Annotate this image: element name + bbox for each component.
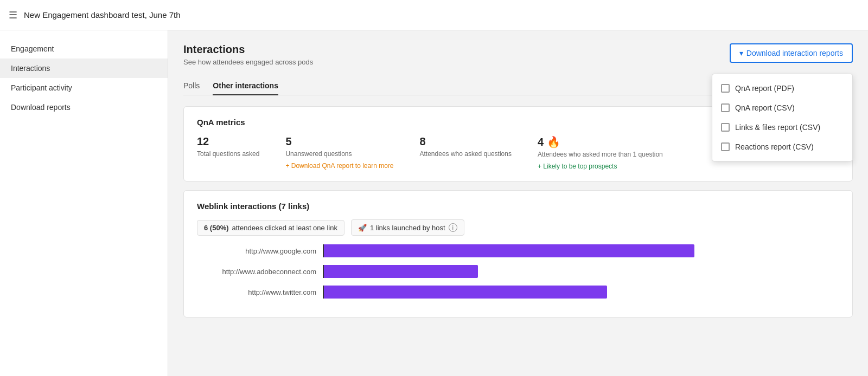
metric-total-value: 12 bbox=[197, 135, 259, 148]
bar-track bbox=[323, 265, 839, 278]
metric-total-label: Total questions asked bbox=[197, 150, 259, 158]
bar-separator bbox=[323, 244, 324, 257]
chevron-icon: ▾ bbox=[739, 49, 743, 57]
metric-attendees-asked-value: 8 bbox=[420, 135, 512, 148]
bar-label: http://www.adobeconnect.com bbox=[197, 268, 316, 276]
bar-label: http://www.google.com bbox=[197, 247, 316, 255]
weblink-stat-host: 🚀 1 links launched by host i bbox=[351, 219, 464, 236]
bar-label: http://www.twitter.com bbox=[197, 288, 316, 296]
bar-row: http://www.adobeconnect.com bbox=[197, 265, 839, 278]
checkbox-links-csv[interactable] bbox=[721, 123, 730, 132]
metric-attendees-asked-label: Attendees who asked questions bbox=[420, 150, 512, 158]
dropdown-label-links-csv: Links & files report (CSV) bbox=[735, 123, 820, 132]
metric-top-prospects-value: 4 🔥 bbox=[538, 135, 663, 148]
dropdown-item-qna-pdf[interactable]: QnA report (PDF) bbox=[712, 79, 852, 98]
sidebar-item-interactions[interactable]: Interactions bbox=[0, 59, 168, 78]
main-content: Interactions See how attendees engaged a… bbox=[168, 30, 868, 376]
bar-track bbox=[323, 244, 839, 257]
rocket-icon: 🚀 bbox=[358, 224, 367, 232]
bar-fill bbox=[323, 265, 478, 278]
bar-row: http://www.twitter.com bbox=[197, 286, 839, 299]
sidebar-item-download-reports[interactable]: Download reports bbox=[0, 98, 168, 117]
top-title: New Engagement dashboard test, June 7th bbox=[24, 10, 181, 20]
hamburger-icon[interactable]: ☰ bbox=[9, 9, 17, 21]
bar-track bbox=[323, 286, 839, 299]
metric-total-questions: 12 Total questions asked bbox=[197, 135, 259, 170]
sidebar-item-participant-activity[interactable]: Participant activity bbox=[0, 78, 168, 98]
tab-other-interactions[interactable]: Other interactions bbox=[213, 77, 278, 95]
dropdown-label-reactions-csv: Reactions report (CSV) bbox=[735, 142, 814, 151]
weblink-stat-attendees-text: attendees clicked at least one link bbox=[232, 224, 337, 232]
metric-top-prospects: 4 🔥 Attendees who asked more than 1 ques… bbox=[538, 135, 663, 170]
top-bar: ☰ New Engagement dashboard test, June 7t… bbox=[0, 0, 868, 30]
metric-attendees-asked: 8 Attendees who asked questions bbox=[420, 135, 512, 170]
page-header-text: Interactions See how attendees engaged a… bbox=[183, 43, 313, 66]
bar-separator bbox=[323, 286, 324, 299]
metric-unanswered-sub[interactable]: + Download QnA report to learn more bbox=[285, 162, 393, 170]
bar-row: http://www.google.com bbox=[197, 244, 839, 257]
fire-icon: 🔥 bbox=[547, 135, 560, 148]
page-header: Interactions See how attendees engaged a… bbox=[183, 43, 853, 66]
metric-unanswered: 5 Unanswered questions + Download QnA re… bbox=[285, 135, 393, 170]
tab-polls[interactable]: Polls bbox=[183, 77, 200, 95]
dropdown-item-reactions-csv[interactable]: Reactions report (CSV) bbox=[712, 137, 852, 157]
bar-separator bbox=[323, 265, 324, 278]
checkbox-reactions-csv[interactable] bbox=[721, 142, 730, 151]
metric-top-prospects-sub[interactable]: + Likely to be top prospects bbox=[538, 163, 663, 170]
weblink-stat-attendees-bold: 6 (50%) bbox=[204, 224, 229, 232]
sidebar: Engagement Interactions Participant acti… bbox=[0, 30, 168, 376]
download-interaction-reports-button[interactable]: ▾ Download interaction reports bbox=[730, 43, 853, 63]
dropdown-item-links-csv[interactable]: Links & files report (CSV) bbox=[712, 118, 852, 137]
download-btn-label: Download interaction reports bbox=[746, 49, 843, 57]
checkbox-qna-csv[interactable] bbox=[721, 103, 730, 112]
dropdown-item-qna-csv[interactable]: QnA report (CSV) bbox=[712, 98, 852, 118]
info-icon[interactable]: i bbox=[449, 223, 457, 232]
bar-fill bbox=[323, 286, 607, 299]
weblink-stat-attendees: 6 (50%) attendees clicked at least one l… bbox=[197, 220, 344, 236]
bar-chart: http://www.google.comhttp://www.adobecon… bbox=[197, 244, 839, 299]
sidebar-item-engagement[interactable]: Engagement bbox=[0, 39, 168, 59]
weblinks-header: 6 (50%) attendees clicked at least one l… bbox=[197, 219, 839, 236]
metric-unanswered-label: Unanswered questions bbox=[285, 150, 393, 158]
checkbox-qna-pdf[interactable] bbox=[721, 84, 730, 93]
dropdown-label-qna-csv: QnA report (CSV) bbox=[735, 103, 795, 112]
dropdown-label-qna-pdf: QnA report (PDF) bbox=[735, 84, 794, 93]
weblinks-title: Weblink interactions (7 links) bbox=[197, 202, 839, 211]
page-subtitle: See how attendees engaged across pods bbox=[183, 58, 313, 66]
page-title: Interactions bbox=[183, 43, 313, 56]
weblink-stat-host-text: 1 links launched by host bbox=[370, 224, 445, 232]
metric-top-prospects-label: Attendees who asked more than 1 question bbox=[538, 151, 663, 158]
bar-fill bbox=[323, 244, 694, 257]
download-dropdown: QnA report (PDF) QnA report (CSV) Links … bbox=[712, 74, 853, 161]
metric-unanswered-value: 5 bbox=[285, 135, 393, 148]
weblinks-card: Weblink interactions (7 links) 6 (50%) a… bbox=[183, 190, 853, 317]
